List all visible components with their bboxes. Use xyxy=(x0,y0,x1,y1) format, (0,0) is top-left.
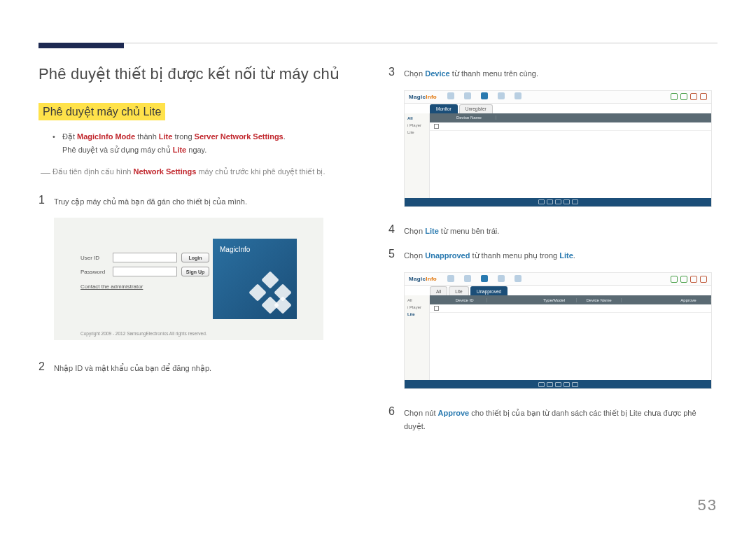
nav-content-icon xyxy=(447,275,455,283)
login-button: Login xyxy=(181,253,209,262)
table-rows-empty xyxy=(430,122,711,198)
signup-button: Sign Up xyxy=(181,267,209,276)
nav-device-icon xyxy=(480,92,489,101)
step-number: 1 xyxy=(38,193,54,209)
step-number: 6 xyxy=(388,405,404,433)
side-all: All xyxy=(407,298,426,302)
nav-user-icon xyxy=(497,92,505,101)
step-text: Chọn Lite từ menu bên trái. xyxy=(404,223,718,238)
side-iplayer: i Player xyxy=(407,123,426,127)
table-header: Device ID Type/Model Device Name Approve xyxy=(430,295,711,304)
nav-schedule-icon xyxy=(463,275,472,283)
bullet-text: Đặt MagicInfo Mode thành Lite trong Serv… xyxy=(62,130,368,156)
keyword-lite: Lite xyxy=(159,132,173,141)
step-6: 6 Chọn nút Approve cho thiết bị của bạn … xyxy=(388,405,718,433)
keyword-server-network-settings: Server Network Settings xyxy=(195,132,284,141)
login-brand-panel: MagicInfo xyxy=(213,239,297,319)
header-rule xyxy=(38,43,718,48)
step-3: 3 Chọn Device từ thanh menu trên cùng. xyxy=(388,65,718,80)
top-nav-icons xyxy=(447,275,522,283)
app-logo: MagicInfo xyxy=(409,276,437,282)
note-row: ― Đầu tiên định cấu hình Network Setting… xyxy=(38,166,368,181)
app-logo: MagicInfo xyxy=(409,94,437,100)
brand-logo-icon xyxy=(251,274,290,312)
top-nav-icons xyxy=(447,92,522,101)
tab-unregister: Unregister xyxy=(459,104,493,113)
nav-setting-icon xyxy=(514,92,522,101)
status-icons xyxy=(671,276,707,283)
section-title: Phê duyệt máy chủ Lite xyxy=(38,103,165,120)
tab-monitor: Monitor xyxy=(430,104,458,113)
page-title: Phê duyệt thiết bị được kết nối từ máy c… xyxy=(38,65,368,83)
step-number: 3 xyxy=(388,65,404,80)
step-4: 4 Chọn Lite từ menu bên trái. xyxy=(388,223,718,238)
step-number: 2 xyxy=(38,360,54,375)
checkbox-icon xyxy=(434,306,439,311)
tab-all: All xyxy=(430,286,447,295)
login-pass-label: Password xyxy=(80,269,113,275)
app-footer-pager xyxy=(405,380,711,388)
keyword-magicinfo-mode: MagicInfo Mode xyxy=(77,132,135,141)
login-pass-input xyxy=(113,267,177,276)
table-rows xyxy=(430,304,711,380)
step-text: Chọn nút Approve cho thiết bị của bạn từ… xyxy=(404,405,718,433)
nav-user-icon xyxy=(497,275,505,283)
step-text: Truy cập máy chủ mà bạn đã gán cho thiết… xyxy=(54,193,368,209)
side-iplayer: i Player xyxy=(407,305,426,309)
step-text: Nhập ID và mật khẩu của bạn để đăng nhập… xyxy=(54,360,368,375)
bullet-block: • Đặt MagicInfo Mode thành Lite trong Se… xyxy=(52,130,368,156)
side-all: All xyxy=(407,116,426,120)
side-lite: Lite xyxy=(407,130,426,134)
nav-device-icon xyxy=(480,275,489,283)
step-5: 5 Chọn Unapproved từ thanh menu phụ tron… xyxy=(388,247,718,262)
page-content: Phê duyệt thiết bị được kết nối từ máy c… xyxy=(38,65,718,442)
step-text: Chọn Unapproved từ thanh menu phụ trong … xyxy=(404,247,718,262)
side-lite: Lite xyxy=(407,312,426,316)
step-number: 4 xyxy=(388,223,404,238)
login-user-label: User ID xyxy=(80,255,113,261)
app-footer-pager xyxy=(405,198,711,206)
contact-admin-link: Contact the administrator xyxy=(80,283,209,290)
keyword-network-settings: Network Settings xyxy=(133,167,196,176)
status-icons xyxy=(671,93,707,100)
checkbox-icon xyxy=(434,124,439,129)
figure-device-screenshot-2: MagicInfo All Lite Unapproved xyxy=(404,272,712,389)
figure-login-screenshot: User ID Login Password Sign Up Contact t… xyxy=(54,218,323,340)
keyword-lite: Lite xyxy=(425,227,439,235)
tab-unapproved: Unapproved xyxy=(470,286,507,295)
keyword-lite-3: Lite xyxy=(559,251,573,260)
figure-device-screenshot-1: MagicInfo Monitor Unregister All xyxy=(404,90,712,207)
side-menu: All i Player Lite xyxy=(405,113,430,198)
header-accent xyxy=(38,43,124,48)
nav-content-icon xyxy=(447,92,455,101)
step-1: 1 Truy cập máy chủ mà bạn đã gán cho thi… xyxy=(38,193,368,209)
note-text: Đầu tiên định cấu hình Network Settings … xyxy=(52,166,368,181)
table-row xyxy=(430,304,711,313)
nav-schedule-icon xyxy=(463,92,472,101)
page-number: 53 xyxy=(698,496,718,514)
step-2: 2 Nhập ID và mật khẩu của bạn để đăng nh… xyxy=(38,360,368,375)
nav-setting-icon xyxy=(514,275,522,283)
table-header: Device Name xyxy=(430,113,711,122)
note-dash-icon: ― xyxy=(38,164,52,180)
copyright-text: Copyright 2009 - 2012 SamsungElectronics… xyxy=(80,331,207,336)
left-column: Phê duyệt thiết bị được kết nối từ máy c… xyxy=(38,65,368,442)
keyword-device: Device xyxy=(425,69,449,78)
keyword-unapproved: Unapproved xyxy=(425,251,470,260)
right-column: 3 Chọn Device từ thanh menu trên cùng. M… xyxy=(388,65,718,442)
step-number: 5 xyxy=(388,247,404,262)
step-text: Chọn Device từ thanh menu trên cùng. xyxy=(404,65,718,80)
login-user-input xyxy=(113,253,177,262)
bullet-dot-icon: • xyxy=(52,130,62,156)
keyword-approve: Approve xyxy=(438,409,470,417)
side-menu: All i Player Lite xyxy=(405,295,430,380)
tab-lite: Lite xyxy=(449,286,468,295)
brand-text: MagicInfo xyxy=(220,246,250,253)
keyword-lite-2: Lite xyxy=(173,146,187,154)
